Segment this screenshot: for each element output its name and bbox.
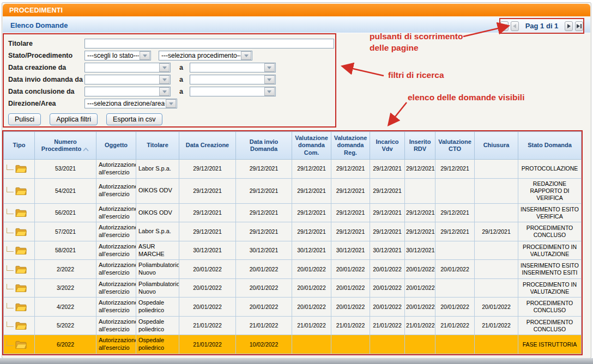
col-header-val-cto[interactable]: Valutazione CTO bbox=[435, 132, 475, 160]
folder-icon[interactable] bbox=[15, 227, 27, 236]
sort-asc-icon[interactable] bbox=[82, 147, 89, 151]
folder-icon[interactable] bbox=[15, 208, 27, 217]
table-row[interactable]: 6/2022Autorizzazione all'esercizioOspeda… bbox=[4, 335, 582, 354]
dropdown-arrow-icon[interactable] bbox=[264, 63, 275, 72]
row-type-cell[interactable] bbox=[4, 222, 35, 241]
tree-branch-icon bbox=[7, 228, 14, 233]
dropdown-arrow-icon[interactable] bbox=[264, 75, 275, 84]
cell-titolare: Poliambulatorio Nuovo bbox=[136, 278, 179, 298]
row-type-cell[interactable] bbox=[4, 241, 35, 260]
data-invio-da-picker[interactable] bbox=[84, 75, 171, 84]
cell-oggetto: Autorizzazione all'esercizio bbox=[96, 298, 136, 317]
folder-icon[interactable] bbox=[15, 321, 27, 330]
data-conclusione-da-picker[interactable] bbox=[84, 87, 171, 96]
folder-icon[interactable] bbox=[15, 246, 27, 255]
row-type-cell[interactable] bbox=[4, 316, 35, 335]
col-header-chiusura[interactable]: Chiusura bbox=[475, 132, 518, 160]
table-row[interactable]: 57/2021Autorizzazione all'esercizioLabor… bbox=[4, 222, 582, 241]
folder-icon[interactable] bbox=[15, 302, 27, 312]
col-header-data-creazione[interactable]: Data Creazione bbox=[179, 132, 236, 160]
cell-numero: 5/2022 bbox=[35, 316, 96, 335]
cell-data-invio: 10/02/2022 bbox=[236, 335, 292, 354]
domande-table: Tipo Numero Procedimento Oggetto Titolar… bbox=[3, 131, 582, 354]
bottom-scrollbar[interactable] bbox=[0, 358, 593, 364]
procedimento-select[interactable]: ---seleziona procedimento--- bbox=[159, 51, 252, 60]
col-header-inserito-rdv[interactable]: Inserito RDV bbox=[405, 132, 435, 160]
cell-val-com: 21/01/2022 bbox=[292, 316, 331, 335]
cell-oggetto: Autorizzazione all'esercizio bbox=[96, 278, 136, 298]
col-header-val-com[interactable]: Valutazione domanda Com. bbox=[292, 132, 331, 160]
row-type-cell[interactable] bbox=[4, 160, 35, 179]
cell-val-com: 20/01/2022 bbox=[292, 298, 331, 317]
direzione-area-label: Direzione/Area bbox=[8, 100, 84, 107]
col-header-incarico-vdv[interactable]: Incarico Vdv bbox=[370, 132, 405, 160]
dropdown-arrow-icon[interactable] bbox=[159, 87, 170, 96]
dropdown-arrow-icon[interactable] bbox=[159, 75, 170, 84]
folder-icon[interactable] bbox=[15, 283, 27, 293]
cell-val-reg: 29/12/2021 bbox=[331, 203, 370, 222]
folder-icon[interactable] bbox=[15, 186, 27, 196]
dropdown-arrow-icon[interactable] bbox=[159, 63, 170, 72]
applica-filtri-button[interactable]: Applica filtri bbox=[50, 113, 98, 125]
row-type-cell[interactable] bbox=[4, 203, 35, 222]
col-header-oggetto[interactable]: Oggetto bbox=[96, 132, 136, 160]
cell-data-invio: 20/01/2022 bbox=[236, 278, 292, 298]
cell-val-reg: 20/01/2022 bbox=[331, 260, 370, 279]
folder-icon[interactable] bbox=[15, 164, 27, 173]
cell-chiusura bbox=[475, 335, 518, 354]
tree-branch-icon bbox=[7, 209, 14, 214]
cell-oggetto: Autorizzazione all'esercizio bbox=[96, 241, 136, 260]
next-page-button[interactable] bbox=[565, 21, 573, 31]
data-creazione-da-picker[interactable] bbox=[84, 63, 171, 72]
row-type-cell[interactable] bbox=[4, 335, 35, 354]
col-header-val-reg[interactable]: Valutazione domanda Reg. bbox=[331, 132, 370, 160]
cell-val-com: 20/01/2022 bbox=[292, 260, 331, 279]
col-header-tipo[interactable]: Tipo bbox=[4, 132, 35, 160]
data-creazione-a-picker[interactable] bbox=[190, 63, 276, 72]
titolare-input[interactable] bbox=[84, 39, 334, 48]
cell-val-cto: 21/01/2022 bbox=[435, 316, 475, 335]
table-row[interactable]: 56/2021Autorizzazione all'esercizioOIKOS… bbox=[4, 203, 582, 222]
table-row[interactable]: 2/2022Autorizzazione all'esercizioPoliam… bbox=[4, 260, 582, 279]
search-filters-panel: Titolare Stato/Procedimento ---scegli lo… bbox=[3, 33, 336, 128]
col-header-stato-domanda[interactable]: Stato Domanda bbox=[518, 132, 582, 160]
cell-val-cto bbox=[435, 241, 475, 260]
cell-val-cto bbox=[435, 278, 475, 298]
row-type-cell[interactable] bbox=[4, 298, 35, 317]
table-row[interactable]: 4/2022Autorizzazione all'esercizioOspeda… bbox=[4, 298, 582, 317]
dropdown-arrow-icon[interactable] bbox=[166, 99, 176, 108]
table-row[interactable]: 5/2022Autorizzazione all'esercizioOspeda… bbox=[4, 316, 582, 335]
row-type-cell[interactable] bbox=[4, 178, 35, 203]
folder-icon[interactable] bbox=[15, 265, 27, 274]
direzione-area-select[interactable]: ---seleziona direzione/area--- bbox=[84, 99, 177, 108]
prev-page-button[interactable] bbox=[511, 21, 519, 31]
table-row[interactable]: 54/2021Autorizzazione all'esercizioOIKOS… bbox=[4, 178, 582, 203]
row-type-cell[interactable] bbox=[4, 278, 35, 298]
cell-data-creazione: 29/12/2021 bbox=[179, 222, 236, 241]
esporta-csv-button[interactable]: Esporta in csv bbox=[106, 113, 162, 125]
dropdown-arrow-icon[interactable] bbox=[241, 51, 251, 60]
last-page-button[interactable] bbox=[575, 21, 583, 31]
table-body: 53/2021Autorizzazione all'esercizioLabor… bbox=[4, 160, 582, 354]
table-row[interactable]: 53/2021Autorizzazione all'esercizioLabor… bbox=[4, 160, 582, 179]
data-conclusione-a-picker[interactable] bbox=[190, 87, 276, 96]
col-header-titolare[interactable]: Titolare bbox=[136, 132, 179, 160]
cell-val-reg: 29/12/2021 bbox=[331, 222, 370, 241]
data-invio-a-picker[interactable] bbox=[190, 75, 276, 84]
dropdown-arrow-icon[interactable] bbox=[140, 51, 150, 60]
row-type-cell[interactable] bbox=[4, 260, 35, 279]
stato-select[interactable]: ---scegli lo stato--- bbox=[84, 51, 151, 60]
pulisci-button[interactable]: Pulisci bbox=[8, 113, 41, 125]
folder-icon[interactable] bbox=[15, 340, 27, 349]
tree-branch-icon bbox=[7, 187, 14, 192]
tree-branch-icon bbox=[7, 165, 14, 170]
col-header-numero-procedimento[interactable]: Numero Procedimento bbox=[35, 132, 96, 160]
first-page-button[interactable] bbox=[500, 21, 509, 31]
col-header-data-invio[interactable]: Data invio Domanda bbox=[236, 132, 292, 160]
table-row[interactable]: 58/2021Autorizzazione all'esercizioASUR … bbox=[4, 241, 582, 260]
table-row[interactable]: 3/2022Autorizzazione all'esercizioPoliam… bbox=[4, 278, 582, 298]
dropdown-arrow-icon[interactable] bbox=[264, 87, 275, 96]
cell-inserito-rdv: 20/01/2022 bbox=[405, 278, 435, 298]
stato-procedimento-label: Stato/Procedimento bbox=[8, 52, 84, 59]
cell-val-com: 20/01/2022 bbox=[292, 278, 331, 298]
